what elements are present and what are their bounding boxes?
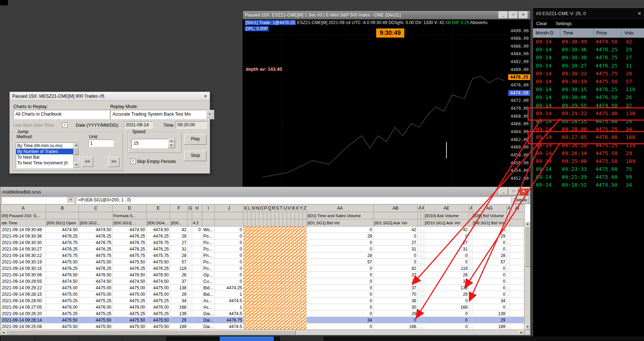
sheet-cell[interactable]: 4476.25 bbox=[113, 265, 147, 272]
sheet-cell[interactable]: 4475.25 bbox=[147, 310, 170, 317]
sheet-group-header[interactable] bbox=[374, 212, 418, 219]
sheet-cell[interactable]: . bbox=[188, 291, 192, 298]
sheet-cell[interactable] bbox=[244, 265, 247, 272]
sheet-col-header[interactable]: S bbox=[275, 205, 279, 212]
date-input[interactable]: 2021-09-14 bbox=[124, 121, 153, 129]
sheet-cell[interactable]: . bbox=[188, 239, 192, 246]
sheet-cell[interactable] bbox=[279, 259, 283, 265]
sheet-cell[interactable]: . bbox=[188, 285, 192, 291]
sheet-group-header[interactable] bbox=[192, 212, 202, 219]
sheet-cell[interactable]: . bbox=[469, 259, 472, 265]
sheet-cell[interactable]: 29 bbox=[472, 233, 507, 239]
sheet-cell[interactable]: 4474.50 bbox=[79, 278, 113, 285]
sheet-cell[interactable] bbox=[244, 291, 247, 298]
sheet-cell[interactable] bbox=[267, 226, 271, 233]
sheet-cell[interactable]: . bbox=[418, 272, 421, 278]
sheet-subgraph-header[interactable] bbox=[469, 219, 472, 226]
sheet-cell[interactable]: . bbox=[507, 278, 510, 285]
sheet-cell[interactable] bbox=[291, 310, 295, 317]
sheet-cell[interactable] bbox=[251, 272, 255, 278]
sheet-subgraph-header[interactable] bbox=[299, 219, 303, 226]
sheet-cell[interactable]: . bbox=[421, 285, 424, 291]
sheet-col-header[interactable]: L bbox=[247, 205, 251, 212]
sheet-cell[interactable] bbox=[244, 226, 247, 233]
sheet-cell[interactable]: . bbox=[188, 246, 192, 252]
sheet-cell[interactable] bbox=[255, 278, 259, 285]
sheet-cell[interactable]: 29 bbox=[424, 291, 469, 298]
sheet-cell[interactable]: 4474.50 bbox=[113, 226, 147, 233]
sheet-subgraph-header[interactable] bbox=[275, 219, 279, 226]
sheet-col-header[interactable]: O bbox=[259, 205, 263, 212]
sheet-cell[interactable]: 1 bbox=[215, 304, 244, 310]
sheet-cell[interactable] bbox=[259, 298, 263, 304]
sheet-cell[interactable]: 27 bbox=[170, 239, 188, 246]
sheet-cell[interactable] bbox=[251, 226, 255, 233]
sheet-cell[interactable] bbox=[283, 239, 287, 246]
jump-method-option[interactable]: To Next Time Increment (h bbox=[16, 160, 79, 166]
sheet-col-header[interactable]: AD bbox=[421, 205, 424, 212]
sheet-cell[interactable]: . bbox=[188, 226, 192, 233]
sheet-cell[interactable]: 168 bbox=[374, 323, 418, 330]
sheet-cell[interactable] bbox=[263, 272, 267, 278]
sheet-cell[interactable] bbox=[287, 233, 291, 239]
sheet-cell[interactable]: . bbox=[507, 310, 510, 317]
sheet-col-header[interactable]: N bbox=[255, 205, 259, 212]
sheet-subgraph-header[interactable] bbox=[255, 219, 259, 226]
sheet-cell[interactable] bbox=[263, 323, 267, 330]
chevron-down-icon[interactable]: ▼ bbox=[68, 197, 74, 203]
sheet-subgraph-header[interactable] bbox=[251, 219, 255, 226]
sheet-subgraph-header[interactable] bbox=[291, 219, 295, 226]
sheet-cell[interactable]: . bbox=[421, 317, 424, 323]
sheet-cell[interactable] bbox=[247, 239, 251, 246]
sheet-cell[interactable]: 82 bbox=[374, 265, 418, 272]
sheet-col-header[interactable]: G bbox=[188, 205, 192, 212]
scroll-thumb[interactable] bbox=[6, 330, 296, 335]
jump-method-option[interactable]: To Next Bar bbox=[16, 154, 79, 160]
sheet-cell[interactable]: 4474.50 bbox=[46, 278, 79, 285]
sheet-cell[interactable] bbox=[299, 304, 303, 310]
sheet-cell[interactable] bbox=[275, 259, 279, 265]
sheet-cell[interactable] bbox=[299, 252, 303, 259]
maximize-icon[interactable]: □ bbox=[509, 188, 518, 195]
sheet-cell[interactable] bbox=[287, 246, 291, 252]
tns-column-header[interactable]: Time bbox=[560, 28, 594, 38]
sheet-cell[interactable]: 2021-09-14 09:30:06 bbox=[1, 272, 46, 278]
sheet-cell[interactable] bbox=[263, 246, 267, 252]
sheet-cell[interactable] bbox=[303, 233, 307, 239]
sheet-cell[interactable] bbox=[299, 278, 303, 285]
sheet-subgraph-header[interactable] bbox=[421, 219, 424, 226]
sheet-cell[interactable]: 4476.50 bbox=[46, 272, 79, 278]
sheet-cell[interactable]: 31 bbox=[374, 246, 418, 252]
sheet-cell[interactable] bbox=[259, 278, 263, 285]
sheet-cell[interactable]: 0 bbox=[424, 233, 469, 239]
sheet-cell[interactable]: . bbox=[469, 317, 472, 323]
sheet-cell[interactable] bbox=[267, 317, 271, 323]
sheet-subgraph-header[interactable]: [ID1.SG2] Ask Vol bbox=[374, 219, 418, 226]
sheet-cell[interactable]: . bbox=[418, 252, 421, 259]
sheet-cell[interactable] bbox=[271, 246, 275, 252]
sheet-cell[interactable]: . bbox=[421, 226, 424, 233]
sheet-cell[interactable] bbox=[255, 317, 259, 323]
sheet-cell[interactable]: 0 bbox=[307, 272, 374, 278]
sheet-cell[interactable]: . bbox=[421, 304, 424, 310]
sheet-cell[interactable]: 37 bbox=[424, 278, 469, 285]
sheet-cell[interactable]: 4476.50 bbox=[79, 272, 113, 278]
sheet-cell[interactable] bbox=[510, 239, 525, 246]
sheet-cell[interactable]: 0 bbox=[215, 233, 244, 239]
sheet-cell[interactable] bbox=[283, 265, 287, 272]
sheet-subgraph-header[interactable] bbox=[295, 219, 299, 226]
sheet-cell[interactable] bbox=[303, 291, 307, 298]
sheet-cell[interactable] bbox=[192, 278, 202, 285]
sheet-cell[interactable]: . bbox=[469, 285, 472, 291]
sheet-cell[interactable] bbox=[267, 239, 271, 246]
sheet-cell[interactable]: 31 bbox=[424, 246, 469, 252]
sheet-cell[interactable] bbox=[259, 291, 263, 298]
sheet-col-header[interactable]: Q bbox=[267, 205, 271, 212]
sheet-cell[interactable] bbox=[259, 252, 263, 259]
sheet-cell[interactable]: . bbox=[188, 317, 192, 323]
sheet-cell[interactable] bbox=[251, 298, 255, 304]
sheet-cell[interactable]: . bbox=[469, 278, 472, 285]
sheet-cell[interactable] bbox=[251, 291, 255, 298]
scroll-up-icon[interactable]: ▲ bbox=[525, 221, 530, 227]
sheet-cell[interactable] bbox=[279, 291, 283, 298]
